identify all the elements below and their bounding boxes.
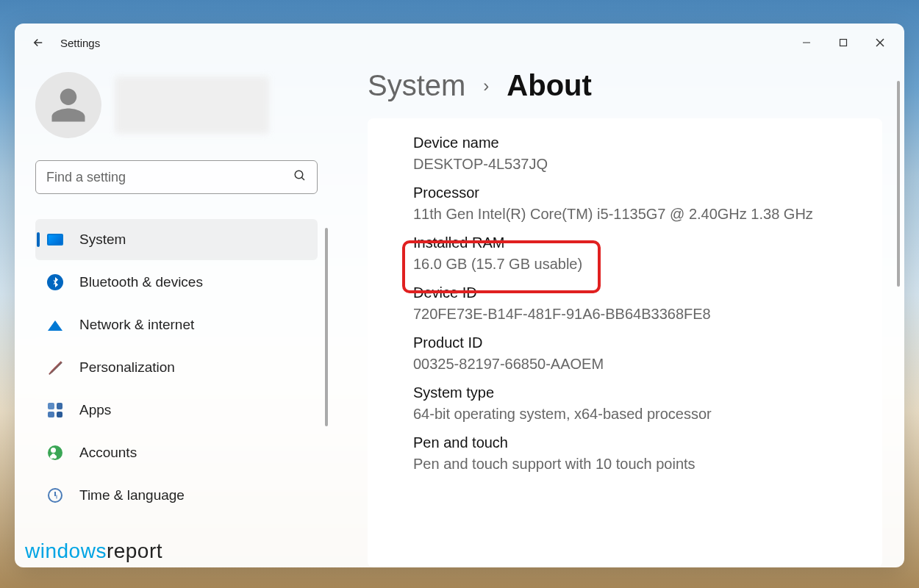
svg-rect-1 — [840, 40, 847, 46]
clock-icon — [47, 487, 63, 503]
user-profile[interactable] — [35, 72, 318, 138]
system-icon — [47, 232, 63, 248]
sidebar-scrollbar[interactable] — [325, 228, 328, 426]
sidebar-item-time[interactable]: Time & language — [35, 475, 318, 516]
window-controls — [788, 28, 898, 57]
sidebar-item-label: Time & language — [79, 487, 185, 503]
breadcrumb-current: About — [507, 69, 592, 102]
search-icon — [293, 169, 307, 185]
system-type-label: System type — [413, 384, 854, 401]
close-button[interactable] — [862, 28, 898, 57]
device-id-value: 720FE73E-B14F-481F-91A6-BB64B3368FE8 — [413, 306, 854, 323]
device-name-value: DESKTOP-4L537JQ — [413, 156, 854, 173]
maximize-button[interactable] — [825, 28, 862, 57]
sidebar-item-accounts[interactable]: Accounts — [35, 432, 318, 473]
main-scrollbar[interactable] — [897, 81, 900, 287]
search-input[interactable] — [46, 170, 293, 185]
pen-touch-value: Pen and touch support with 10 touch poin… — [413, 456, 854, 473]
apps-icon — [47, 402, 63, 418]
device-specs-card: Device name DESKTOP-4L537JQ Processor 11… — [368, 118, 882, 567]
sidebar-item-label: Network & internet — [79, 317, 194, 333]
breadcrumb: System › About — [368, 69, 882, 102]
device-id-label: Device ID — [413, 284, 854, 301]
ram-value: 16.0 GB (15.7 GB usable) — [413, 256, 854, 273]
breadcrumb-parent[interactable]: System — [368, 69, 465, 102]
processor-label: Processor — [413, 184, 854, 201]
sidebar-item-network[interactable]: Network & internet — [35, 304, 318, 345]
titlebar: Settings — [15, 24, 904, 62]
nav-list: System Bluetooth & devices Network & int… — [35, 219, 318, 516]
main-content: System › About Device name DESKTOP-4L537… — [338, 62, 904, 567]
svg-line-5 — [301, 177, 304, 180]
pen-touch-label: Pen and touch — [413, 434, 854, 451]
back-button[interactable] — [25, 29, 51, 56]
product-id-label: Product ID — [413, 334, 854, 351]
sidebar: System Bluetooth & devices Network & int… — [15, 62, 338, 567]
sidebar-item-personalization[interactable]: Personalization — [35, 347, 318, 388]
sidebar-item-label: Accounts — [79, 445, 137, 461]
ram-label: Installed RAM — [413, 234, 854, 251]
search-box[interactable] — [35, 160, 318, 194]
sidebar-item-label: System — [79, 232, 126, 248]
wifi-icon — [47, 317, 63, 333]
minimize-button[interactable] — [788, 28, 825, 57]
sidebar-item-bluetooth[interactable]: Bluetooth & devices — [35, 262, 318, 303]
brush-icon — [47, 359, 63, 376]
product-id-value: 00325-82197-66850-AAOEM — [413, 356, 854, 373]
chevron-right-icon: › — [483, 76, 489, 96]
svg-point-4 — [295, 171, 303, 179]
sidebar-item-apps[interactable]: Apps — [35, 390, 318, 431]
bluetooth-icon — [47, 274, 63, 290]
sidebar-item-label: Personalization — [79, 359, 175, 376]
window-title: Settings — [60, 37, 100, 49]
sidebar-item-label: Bluetooth & devices — [79, 274, 203, 290]
account-icon — [47, 445, 63, 461]
device-name-label: Device name — [413, 135, 854, 151]
sidebar-item-label: Apps — [79, 402, 111, 418]
avatar-icon — [35, 72, 101, 138]
settings-window: Settings Syste — [15, 24, 904, 567]
system-type-value: 64-bit operating system, x64-based proce… — [413, 406, 854, 423]
user-name-redacted — [115, 76, 269, 134]
processor-value: 11th Gen Intel(R) Core(TM) i5-1135G7 @ 2… — [413, 206, 854, 223]
sidebar-item-system[interactable]: System — [35, 219, 318, 260]
